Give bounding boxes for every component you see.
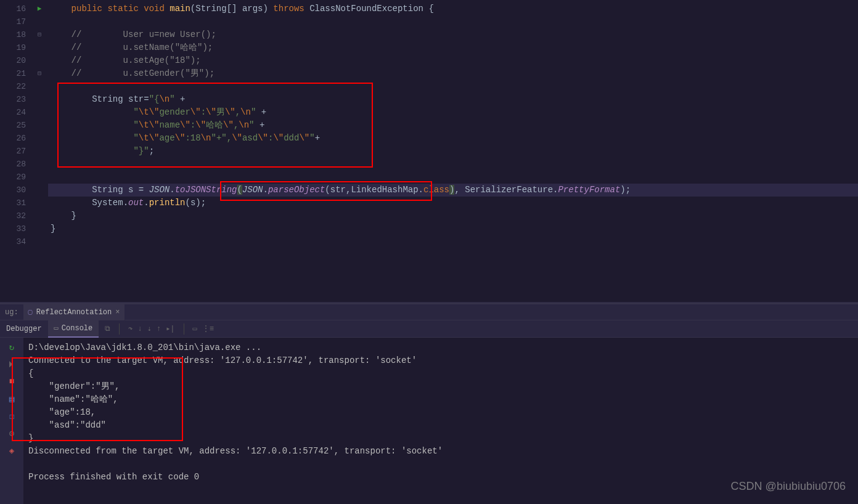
stop-icon[interactable]: ■ xyxy=(6,376,17,387)
console-sidebar: ↻ ⏵ ■ ▤ ☐ ⚙ ◈ xyxy=(0,338,23,504)
more-icon[interactable]: ⋮≡ xyxy=(202,324,214,333)
evaluate-icon[interactable]: ▭ xyxy=(193,324,197,333)
debug-label: ug: xyxy=(0,308,23,317)
camera-icon[interactable]: ☐ xyxy=(6,410,17,421)
console-tab-button[interactable]: ▭ Console xyxy=(48,320,99,338)
line-number-gutter: 16171819202122232425262728293031323334 xyxy=(0,0,31,302)
console-icon: ▭ xyxy=(54,323,59,333)
settings-icon[interactable]: ⚙ xyxy=(6,428,17,439)
run-to-cursor-icon[interactable]: ▸| xyxy=(166,324,174,333)
rerun-icon[interactable]: ↻ xyxy=(6,341,17,352)
force-step-into-icon[interactable]: ⇣ xyxy=(147,324,152,333)
resume-icon[interactable]: ⏵ xyxy=(6,359,17,370)
tab-icon: ▢ xyxy=(28,307,33,317)
stack-icon[interactable]: ▤ xyxy=(6,393,17,404)
debugger-tab-button[interactable]: Debugger xyxy=(0,320,48,338)
pin-icon[interactable]: ◈ xyxy=(6,445,17,456)
separator xyxy=(184,323,184,335)
separator xyxy=(119,323,120,335)
layout-icon[interactable]: ⧉ xyxy=(105,325,110,333)
console-tab-label: Console xyxy=(62,324,92,333)
debug-step-icons: ⧉ ↷ ↓ ⇣ ↑ ▸| ▭ ⋮≡ xyxy=(99,323,214,335)
debug-run-tab[interactable]: ▢ ReflectAnnotation × xyxy=(23,304,126,320)
console-body: ↻ ⏵ ■ ▤ ☐ ⚙ ◈ D:\develop\Java\jdk1.8.0_2… xyxy=(0,338,858,504)
watermark-text: CSDN @biubiubiu0706 xyxy=(731,480,846,493)
console-output[interactable]: D:\develop\Java\jdk1.8.0_201\bin\java.ex… xyxy=(23,338,858,504)
step-over-icon[interactable]: ↷ xyxy=(128,324,133,333)
step-out-icon[interactable]: ↑ xyxy=(157,325,161,333)
close-icon[interactable]: × xyxy=(115,308,120,317)
step-into-icon[interactable]: ↓ xyxy=(138,325,142,333)
gutter-markers: ▶⊟⊟ xyxy=(31,0,48,302)
debug-tabs-bar: ug: ▢ ReflectAnnotation × xyxy=(0,304,858,320)
debug-toolbar: Debugger ▭ Console ⧉ ↷ ↓ ⇣ ↑ ▸| ▭ ⋮≡ xyxy=(0,320,858,338)
debug-panel: ug: ▢ ReflectAnnotation × Debugger ▭ Con… xyxy=(0,304,858,504)
tab-title: ReflectAnnotation xyxy=(36,308,112,317)
code-content[interactable]: public static void main(String[] args) t… xyxy=(48,0,858,302)
code-editor[interactable]: 16171819202122232425262728293031323334 ▶… xyxy=(0,0,858,302)
